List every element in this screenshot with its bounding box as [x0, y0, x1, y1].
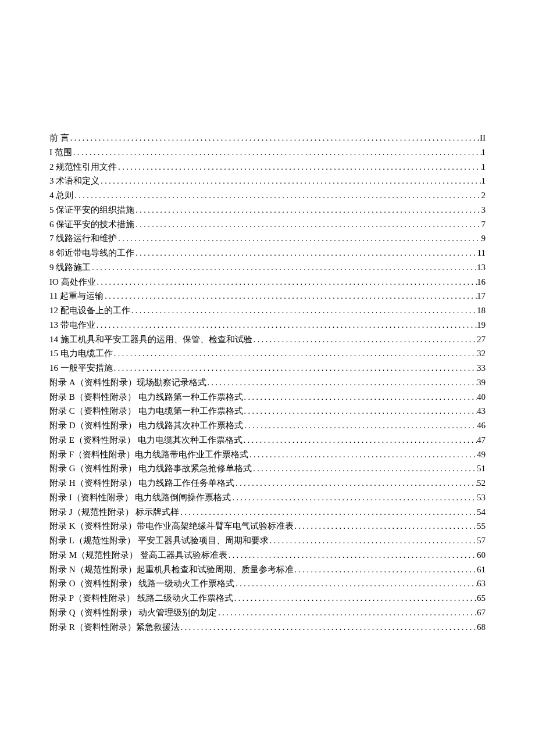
toc-leader-dots: [117, 231, 481, 246]
toc-entry-page: 1: [482, 160, 486, 174]
toc-entry: 7 线路运行和维护9: [49, 231, 486, 246]
toc-leader-dots: [234, 476, 477, 490]
toc-entry: 附录 D（资料性附录） 电力线路其次种工作票格式46: [49, 418, 486, 433]
toc-entry-label: 附录 I（资料性附录） 电力线路倒闸操作票格式: [49, 490, 231, 505]
toc-entry: 附录 C（资料性附录） 电力电缆第一种工作票格式43: [49, 404, 486, 418]
toc-leader-dots: [217, 605, 477, 620]
toc-leader-dots: [242, 433, 477, 447]
toc-entry-label: 附录 M（规范性附录） 登高工器具试验标准表: [49, 548, 227, 562]
toc-entry-label: 附录 R（资料性附录）紧急救援法: [49, 620, 180, 635]
document-page: 前 言III 范围12 规范性引用文件13 术语和定义14 总则25 保证平安的…: [0, 0, 535, 756]
toc-entry-label: 前 言: [49, 131, 69, 145]
toc-entry-label: 附录 C（资料性附录） 电力电缆第一种工作票格式: [49, 404, 243, 418]
toc-entry-label: 附录 J（规范性附录） 标示牌式样: [49, 505, 179, 519]
toc-entry-page: 54: [477, 505, 486, 519]
toc-entry: 附录 G（资料性附录） 电力线路事故紧急抢修单格式51: [49, 461, 486, 476]
toc-entry-page: 43: [477, 404, 486, 418]
toc-entry-page: 39: [477, 375, 486, 390]
toc-entry-label: 附录 K（资料性附录）带电作业高架绝缘斗臂车电气试验标准表: [49, 519, 294, 533]
toc-leader-dots: [95, 318, 477, 332]
toc-entry-label: 3 术语和定义: [49, 174, 99, 188]
toc-entry: 前 言II: [49, 131, 486, 145]
toc-entry-page: 19: [477, 318, 486, 332]
toc-entry-page: 61: [477, 562, 486, 577]
toc-entry-label: 4 总则: [49, 188, 73, 203]
toc-entry: 8 邻近带电导线的工作11: [49, 246, 486, 260]
toc-leader-dots: [233, 591, 477, 605]
toc-entry-page: 17: [477, 289, 486, 303]
toc-leader-dots: [227, 548, 477, 562]
toc-entry-label: 附录 E（资料性附录） 电力电缆其次种工作票格式: [49, 433, 242, 447]
toc-entry-label: 附录 B（资料性附录） 电力线路第一种工作票格式: [49, 390, 243, 404]
toc-entry-label: IO 高处作业: [49, 275, 96, 289]
toc-leader-dots: [134, 203, 481, 217]
toc-entry: 附录 K（资料性附录）带电作业高架绝缘斗臂车电气试验标准表55: [49, 519, 486, 533]
toc-entry: 附录 J（规范性附录） 标示牌式样54: [49, 505, 486, 519]
toc-entry-label: 12 配电设备上的工作: [49, 303, 130, 318]
toc-entry-page: 57: [477, 533, 486, 548]
toc-entry-label: 13 带电作业: [49, 318, 95, 332]
toc-entry: 15 电力电缆工作32: [49, 346, 486, 361]
toc-leader-dots: [134, 246, 477, 260]
toc-leader-dots: [96, 275, 477, 289]
toc-entry: 9 线路施工13: [49, 260, 486, 275]
toc-entry: 附录 B（资料性附录） 电力线路第一种工作票格式40: [49, 390, 486, 404]
toc-leader-dots: [252, 332, 477, 347]
toc-leader-dots: [243, 404, 477, 418]
toc-entry: 附录 N（规范性附录）起重机具检查和试验周期、质量参考标准61: [49, 562, 486, 577]
toc-entry: 12 配电设备上的工作18: [49, 303, 486, 318]
toc-entry: 4 总则2: [49, 188, 486, 203]
toc-entry: 附录 L（规范性附录） 平安工器具试验项目、周期和要求57: [49, 533, 486, 548]
toc-entry: 2 规范性引用文件1: [49, 160, 486, 174]
toc-leader-dots: [243, 418, 477, 433]
toc-entry-label: 6 保证平安的技术措施: [49, 217, 134, 232]
toc-entry-label: 附录 Q（资料性附录） 动火管理级别的划定: [49, 605, 217, 620]
toc-entry-label: 附录 F（资料性附录）电力线路带电作业工作票格式: [49, 447, 248, 462]
toc-entry: 6 保证平安的技术措施7: [49, 217, 486, 232]
toc-leader-dots: [117, 160, 481, 174]
toc-entry-label: 附录 A（资料性附录）现场勘察记录格式: [49, 375, 206, 390]
toc-entry-page: 11: [477, 246, 486, 260]
toc-entry: 11 起重与运输17: [49, 289, 486, 303]
toc-leader-dots: [231, 490, 477, 505]
toc-entry-page: 67: [477, 605, 486, 620]
toc-entry-page: 33: [477, 361, 486, 375]
toc-entry-page: 27: [477, 332, 486, 347]
toc-entry: I 范围1: [49, 145, 486, 160]
toc-entry-page: 13: [477, 260, 486, 275]
toc-entry-label: 附录 D（资料性附录） 电力线路其次种工作票格式: [49, 418, 243, 433]
toc-entry-label: 附录 L（规范性附录） 平安工器具试验项目、周期和要求: [49, 533, 269, 548]
toc-leader-dots: [248, 447, 477, 462]
toc-entry: 14 施工机具和平安工器具的运用、保管、检查和试验27: [49, 332, 486, 347]
toc-entry: 附录 E（资料性附录） 电力电缆其次种工作票格式47: [49, 433, 486, 447]
toc-entry-page: 46: [477, 418, 486, 433]
toc-leader-dots: [113, 346, 477, 361]
toc-entry-page: 60: [477, 548, 486, 562]
toc-entry-page: 32: [477, 346, 486, 361]
toc-entry-label: 5 保证平安的组织措施: [49, 203, 134, 217]
toc-entry-label: 8 邻近带电导线的工作: [49, 246, 134, 260]
toc-entry-page: 53: [477, 490, 486, 505]
table-of-contents: 前 言III 范围12 规范性引用文件13 术语和定义14 总则25 保证平安的…: [49, 131, 486, 634]
toc-leader-dots: [206, 375, 477, 390]
toc-entry-label: 11 起重与运输: [49, 289, 104, 303]
toc-entry-page: 3: [482, 203, 486, 217]
toc-entry-page: 16: [477, 275, 486, 289]
toc-entry-page: 65: [477, 591, 486, 605]
toc-entry-label: 附录 N（规范性附录）起重机具检查和试验周期、质量参考标准: [49, 562, 294, 577]
toc-entry-page: 52: [477, 476, 486, 490]
toc-leader-dots: [180, 620, 477, 635]
toc-entry: 附录 Q（资料性附录） 动火管理级别的划定67: [49, 605, 486, 620]
toc-entry: 附录 H（资料性附录） 电力线路工作任务单格式52: [49, 476, 486, 490]
toc-entry-page: 1: [482, 174, 486, 188]
toc-entry-page: 9: [482, 231, 486, 246]
toc-entry-label: 9 线路施工: [49, 260, 91, 275]
toc-entry-page: 55: [477, 519, 486, 533]
toc-entry: 5 保证平安的组织措施3: [49, 203, 486, 217]
toc-entry: 16 一般平安措施33: [49, 361, 486, 375]
toc-entry: 附录 F（资料性附录）电力线路带电作业工作票格式49: [49, 447, 486, 462]
toc-entry-page: 63: [477, 576, 486, 591]
toc-entry-label: 7 线路运行和维护: [49, 231, 117, 246]
toc-entry-page: 68: [477, 620, 486, 635]
toc-entry-label: 附录 P（资料性附录） 线路二级动火工作票格式: [49, 591, 233, 605]
